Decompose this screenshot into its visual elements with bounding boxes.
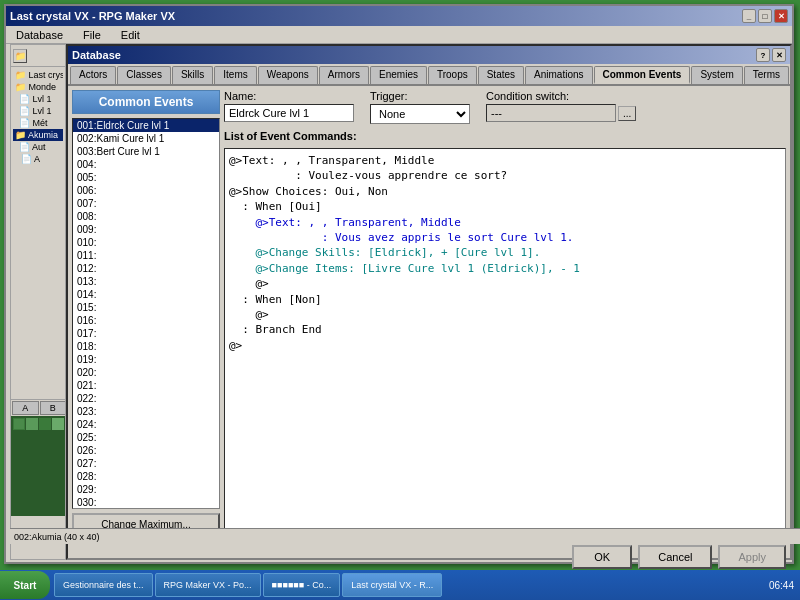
taskbar-item[interactable]: ■■■■■■ - Co... xyxy=(263,573,341,597)
event-item-023[interactable]: 023: xyxy=(73,405,219,418)
explorer-panel: 📁 📁 Last cryst 📁 Monde 📄 Lvl 1 📄 Lvl 1 📄… xyxy=(10,44,66,560)
event-item-022[interactable]: 022: xyxy=(73,392,219,405)
event-item-028[interactable]: 028: xyxy=(73,470,219,483)
event-item-026[interactable]: 026: xyxy=(73,444,219,457)
tab-items[interactable]: Items xyxy=(214,66,256,84)
event-item-006[interactable]: 006: xyxy=(73,184,219,197)
apply-button[interactable]: Apply xyxy=(718,545,786,569)
tree-item-akumia[interactable]: 📁 Akumia xyxy=(13,129,63,141)
event-item-030[interactable]: 030: xyxy=(73,496,219,509)
command-line: : Voulez-vous apprendre ce sort? xyxy=(229,168,781,183)
event-item-018[interactable]: 018: xyxy=(73,340,219,353)
taskbar-item[interactable]: Last crystal VX - R... xyxy=(342,573,442,597)
event-item-027[interactable]: 027: xyxy=(73,457,219,470)
explorer-toolbar: 📁 xyxy=(11,45,65,67)
main-window: Last crystal VX - RPG Maker VX _ □ ✕ Dat… xyxy=(4,4,794,564)
tab-enemies[interactable]: Enemies xyxy=(370,66,427,84)
tab-a[interactable]: A xyxy=(12,401,39,415)
menu-file[interactable]: File xyxy=(77,28,107,42)
taskbar-item[interactable]: Gestionnaire des t... xyxy=(54,573,153,597)
panel-title: Common Events xyxy=(72,90,220,114)
event-item-025[interactable]: 025: xyxy=(73,431,219,444)
bottom-bar: OK Cancel Apply xyxy=(68,540,790,573)
event-item-004[interactable]: 004: xyxy=(73,158,219,171)
tab-skills[interactable]: Skills xyxy=(172,66,213,84)
event-item-001[interactable]: 001:Eldrck Cure lvl 1 xyxy=(73,119,219,132)
tab-troops[interactable]: Troops xyxy=(428,66,477,84)
tab-system[interactable]: System xyxy=(691,66,742,84)
minimize-button[interactable]: _ xyxy=(742,9,756,23)
event-item-003[interactable]: 003:Bert Cure lvl 1 xyxy=(73,145,219,158)
command-line: @>Change Items: [Livre Cure lvl 1 (Eldri… xyxy=(229,261,781,276)
tab-classes[interactable]: Classes xyxy=(117,66,171,84)
trigger-group: Trigger: None Autorun Parallel xyxy=(370,90,470,124)
tab-weapons[interactable]: Weapons xyxy=(258,66,318,84)
condition-input[interactable] xyxy=(486,104,616,122)
clock: 06:44 xyxy=(769,580,794,591)
content-area: Common Events 001:Eldrck Cure lvl 1002:K… xyxy=(68,86,790,540)
tree-item-sub[interactable]: 📄 A xyxy=(13,153,63,165)
event-item-017[interactable]: 017: xyxy=(73,327,219,340)
event-item-012[interactable]: 012: xyxy=(73,262,219,275)
condition-button[interactable]: ... xyxy=(618,106,636,121)
tab-animations[interactable]: Animations xyxy=(525,66,592,84)
name-label: Name: xyxy=(224,90,354,102)
event-item-016[interactable]: 016: xyxy=(73,314,219,327)
tile-cell[interactable] xyxy=(13,418,25,430)
event-item-013[interactable]: 013: xyxy=(73,275,219,288)
left-panel: Common Events 001:Eldrck Cure lvl 1002:K… xyxy=(72,90,220,536)
maximize-button[interactable]: □ xyxy=(758,9,772,23)
cancel-button[interactable]: Cancel xyxy=(638,545,712,569)
command-line: : Vous avez appris le sort Cure lvl 1. xyxy=(229,230,781,245)
tab-common-events[interactable]: Common Events xyxy=(594,66,691,84)
ok-button[interactable]: OK xyxy=(572,545,632,569)
event-item-010[interactable]: 010: xyxy=(73,236,219,249)
event-item-009[interactable]: 009: xyxy=(73,223,219,236)
db-title: Database xyxy=(72,49,121,61)
event-item-008[interactable]: 008: xyxy=(73,210,219,223)
tree-item-lvl2[interactable]: 📄 Lvl 1 xyxy=(13,105,63,117)
menu-edit[interactable]: Edit xyxy=(115,28,146,42)
event-item-005[interactable]: 005: xyxy=(73,171,219,184)
event-item-020[interactable]: 020: xyxy=(73,366,219,379)
event-list[interactable]: 001:Eldrck Cure lvl 1002:Kami Cure lvl 1… xyxy=(72,118,220,509)
name-input[interactable] xyxy=(224,104,354,122)
db-help-button[interactable]: ? xyxy=(756,48,770,62)
tile-cell[interactable] xyxy=(26,418,38,430)
tree-item-lastcrystal[interactable]: 📁 Last cryst xyxy=(13,69,63,81)
trigger-select[interactable]: None Autorun Parallel xyxy=(370,104,470,124)
tree-item-lvl1[interactable]: 📄 Lvl 1 xyxy=(13,93,63,105)
fields-row: Name: Trigger: None Autorun Parallel Con… xyxy=(224,90,786,124)
db-close-button[interactable]: ✕ xyxy=(772,48,786,62)
menu-database[interactable]: Database xyxy=(10,28,69,42)
tab-states[interactable]: States xyxy=(478,66,524,84)
tree-item-aut[interactable]: 📄 Aut xyxy=(13,141,63,153)
right-panel: Name: Trigger: None Autorun Parallel Con… xyxy=(224,90,786,536)
taskbar-item[interactable]: RPG Maker VX - Po... xyxy=(155,573,261,597)
new-folder-icon[interactable]: 📁 xyxy=(13,49,27,63)
tree-item-met[interactable]: 📄 Mét xyxy=(13,117,63,129)
command-line: @>Text: , , Transparent, Middle xyxy=(229,215,781,230)
command-line: : When [Oui] xyxy=(229,199,781,214)
status-bar: 002:Akumia (40 x 40) xyxy=(10,528,800,544)
event-item-002[interactable]: 002:Kami Cure lvl 1 xyxy=(73,132,219,145)
event-item-011[interactable]: 011: xyxy=(73,249,219,262)
tile-cell[interactable] xyxy=(52,418,64,430)
tree-item-monde[interactable]: 📁 Monde xyxy=(13,81,63,93)
tab-actors[interactable]: Actors xyxy=(70,66,116,84)
event-item-021[interactable]: 021: xyxy=(73,379,219,392)
tab-terms[interactable]: Terms xyxy=(744,66,789,84)
event-item-019[interactable]: 019: xyxy=(73,353,219,366)
event-item-007[interactable]: 007: xyxy=(73,197,219,210)
event-item-015[interactable]: 015: xyxy=(73,301,219,314)
event-item-029[interactable]: 029: xyxy=(73,483,219,496)
title-bar: Last crystal VX - RPG Maker VX _ □ ✕ xyxy=(6,6,792,26)
tab-armors[interactable]: Armors xyxy=(319,66,369,84)
tile-cell[interactable] xyxy=(39,418,51,430)
close-button[interactable]: ✕ xyxy=(774,9,788,23)
condition-label: Condition switch: xyxy=(486,90,636,102)
tab-b[interactable]: B xyxy=(40,401,67,415)
event-item-014[interactable]: 014: xyxy=(73,288,219,301)
event-item-024[interactable]: 024: xyxy=(73,418,219,431)
start-button[interactable]: Start xyxy=(0,571,50,599)
